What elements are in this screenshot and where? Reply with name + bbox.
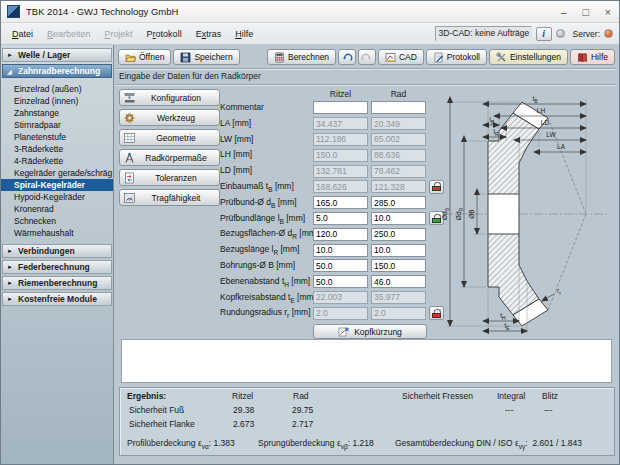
pruefbund-d-ritzel-input[interactable] [313, 196, 368, 209]
sidebar-item-schnecken[interactable]: Schnecken [1, 215, 113, 227]
sidebar-item-stirnradpaar[interactable]: Stirnradpaar [1, 119, 113, 131]
app-window: TBK 2014 - GWJ Technology GmbH – □ × Dat… [0, 0, 620, 465]
cad-button[interactable]: CAD [378, 49, 424, 65]
page-arrows-icon [123, 172, 136, 184]
konfiguration-button[interactable]: Konfiguration [119, 89, 220, 106]
sidebar-item-einzelrad-aussen[interactable]: Einzelrad (außen) [1, 83, 113, 95]
menu-protokoll[interactable]: Protokoll [140, 26, 189, 42]
bohrung-rad-input[interactable] [371, 259, 426, 272]
sidebar-group-riemenberechnung[interactable]: ►Riemenberechnung [2, 276, 112, 290]
result-value: 2.673 [233, 419, 254, 429]
kommentar-rad-input[interactable] [371, 101, 426, 114]
field-label: Kopfkreisabstand tE [mm] [220, 292, 310, 304]
bezugsflaechen-ritzel-input[interactable] [313, 228, 368, 241]
minimize-button[interactable]: – [561, 6, 567, 18]
pruefbundlaenge-ritzel-input[interactable] [313, 212, 368, 225]
chevron-expanded-icon: ◢ [7, 68, 14, 75]
results-col-blitz: Blitz [542, 391, 558, 401]
doc-star-icon [338, 326, 350, 337]
redo-arrow-icon [361, 52, 372, 63]
compass-icon [123, 152, 136, 164]
bezugslaenge-ritzel-input[interactable] [313, 244, 368, 257]
result-value: --- [544, 405, 553, 415]
chevron-right-icon: ► [7, 248, 14, 254]
einbaumass-ritzel-value [313, 180, 368, 193]
menu-hilfe[interactable]: Hilfe [228, 26, 260, 42]
maximize-button[interactable]: □ [583, 6, 589, 18]
overlap-profil: Profilüberdeckung εvα: 1.383 [127, 438, 235, 450]
results-title: Ergebnis: [127, 391, 166, 401]
undo-button[interactable] [338, 49, 356, 65]
la-rad-value [371, 117, 426, 130]
sidebar-item-4-raederkette[interactable]: 4-Räderkette [1, 155, 113, 167]
kommentar-ritzel-input[interactable] [313, 101, 368, 114]
gauge-icon [123, 192, 136, 204]
protocol-button[interactable]: Protokoll [426, 49, 487, 65]
sidebar-group-verbindungen[interactable]: ►Verbindungen [2, 244, 112, 258]
cad-status-field: 3D-CAD: keine Aufträge [435, 26, 532, 41]
sidebar-item-hypoid-kegelraeder[interactable]: Hypoid-Kegelräder [1, 191, 113, 203]
sidebar-group-federberechnung[interactable]: ►Federberechnung [2, 260, 112, 274]
form-row-lw: LW [mm] [220, 132, 450, 148]
sidebar-item-list: Einzelrad (außen) Einzelrad (innen) Zahn… [1, 80, 113, 243]
info-button[interactable]: i [536, 27, 552, 41]
floppy-disk-icon [180, 52, 191, 63]
sidebar-item-spiral-kegelraeder[interactable]: Spiral-Kegelräder [1, 179, 113, 191]
save-button[interactable]: Speichern [173, 49, 239, 65]
lw-ritzel-value [313, 133, 368, 146]
settings-button[interactable]: Einstellungen [489, 49, 568, 65]
ebenenabstand-rad-input[interactable] [371, 275, 426, 288]
server-status-led [604, 29, 613, 38]
sidebar-item-kronenrad[interactable]: Kronenrad [1, 203, 113, 215]
sidebar-group-zahnradberechnung[interactable]: ◢Zahnradberechnung [2, 64, 112, 78]
document-pen-icon [433, 52, 444, 63]
calculate-button[interactable]: Berechnen [267, 49, 336, 65]
overlap-sprung: Sprungüberdeckung εvβ: 1.218 [258, 438, 374, 450]
sidebar-item-waermehaushalt[interactable]: Wärmehaushalt [1, 227, 113, 239]
machine-icon [123, 92, 136, 104]
open-button[interactable]: Öffnen [118, 49, 171, 65]
sidebar-item-einzelrad-innen[interactable]: Einzelrad (innen) [1, 95, 113, 107]
grid-icon [123, 132, 136, 144]
pruefbundlaenge-rad-input[interactable] [371, 212, 426, 225]
field-label: Bezugsflächen-Ø dR [mm] [220, 228, 310, 240]
close-button[interactable]: × [605, 6, 611, 18]
message-box [121, 339, 612, 383]
sidebar-item-zahnstange[interactable]: Zahnstange [1, 107, 113, 119]
field-label: LA [mm] [220, 118, 310, 130]
geometrie-button[interactable]: Geometrie [119, 129, 220, 146]
bezugsflaechen-rad-input[interactable] [371, 228, 426, 241]
kopfkuerzung-row: Kopfkürzung [220, 324, 450, 339]
dim-label-tE: tE [504, 322, 510, 331]
sidebar-group-welle-lager[interactable]: ►Welle / Lager [2, 48, 112, 62]
results-panel: Ergebnis: Ritzel Rad Sicherheit Fressen … [119, 387, 615, 456]
sidebar-group-kostenfreie-module[interactable]: ►Kostenfreie Module [2, 292, 112, 306]
divider [116, 84, 616, 85]
chevron-right-icon: ► [7, 280, 14, 286]
form-row-lh: LH [mm] [220, 147, 450, 163]
help-button[interactable]: Hilfe [570, 49, 615, 65]
form-row-einbaumass: Einbaumaß tB [mm] [220, 179, 450, 195]
lw-rad-value [371, 133, 426, 146]
pruefbund-d-rad-input[interactable] [371, 196, 426, 209]
sidebar-item-planetenstufe[interactable]: Planetenstufe [1, 131, 113, 143]
ebenenabstand-ritzel-input[interactable] [313, 275, 368, 288]
field-label: LW [mm] [220, 134, 310, 146]
field-label: LD [mm] [220, 165, 310, 177]
app-icon [7, 5, 20, 18]
bezugslaenge-rad-input[interactable] [371, 244, 426, 257]
einbaumass-rad-value [371, 180, 426, 193]
menu-extras[interactable]: Extras [189, 26, 229, 42]
toleranzen-button[interactable]: Toleranzen [119, 169, 220, 186]
radkoerpermasse-button[interactable]: Radkörpermaße [119, 149, 220, 166]
form-row-kopfkreisabstand: Kopfkreisabstand tE [mm] [220, 290, 450, 306]
werkzeug-button[interactable]: Werkzeug [119, 109, 220, 126]
tragfaehigkeit-button[interactable]: Tragfähigkeit [119, 189, 220, 206]
sidebar-item-kegelraeder[interactable]: Kegelräder gerade/schräg [1, 167, 113, 179]
menu-datei[interactable]: Datei [5, 26, 40, 42]
drawing-board-icon [385, 52, 396, 63]
kopfkuerzung-button[interactable]: Kopfkürzung [313, 324, 427, 339]
form-row-bohrung: Bohrungs-Ø B [mm] [220, 258, 450, 274]
sidebar-item-3-raederkette[interactable]: 3-Räderkette [1, 143, 113, 155]
bohrung-ritzel-input[interactable] [313, 259, 368, 272]
